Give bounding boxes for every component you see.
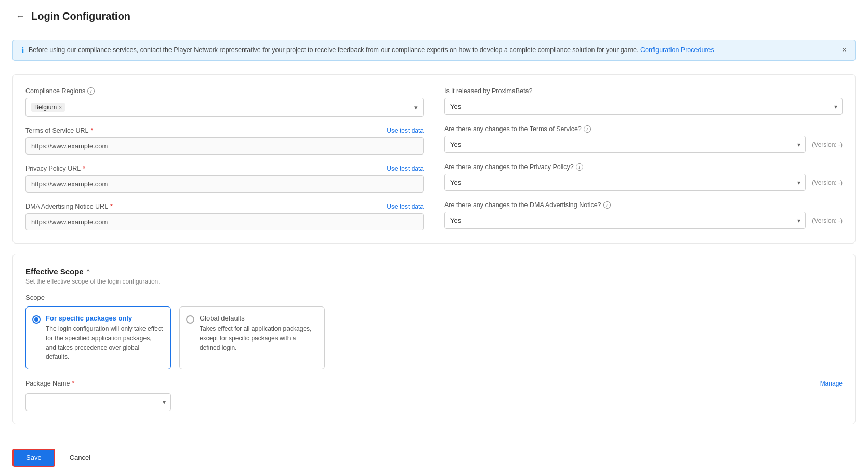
privacy-url-required: * [83,165,85,172]
terms-url-use-test-data[interactable]: Use test data [387,127,424,134]
dma-url-label-row: DMA Advertising Notice URL * Use test da… [25,203,424,210]
main-config-section: Compliance Regions i Belgium × ▾ [12,74,856,244]
back-button[interactable]: ← [16,11,25,22]
config-two-col: Compliance Regions i Belgium × ▾ [25,87,843,230]
terms-changes-select-wrapper: Yes No [444,136,806,153]
dma-changes-group: Are there any changes to the DMA Adverti… [444,201,843,229]
back-icon: ← [16,11,25,22]
terms-url-label-row: Terms of Service URL * Use test data [25,127,424,134]
compliance-regions-group: Compliance Regions i Belgium × ▾ [25,87,424,117]
belgium-tag-remove[interactable]: × [59,105,62,110]
page-header: ← Login Configuration [0,0,868,31]
info-icon: ℹ [21,46,24,55]
effective-scope-title: Effective Scope [25,267,84,276]
terms-changes-row: Yes No (Version: -) [444,136,843,153]
dma-changes-label: Are there any changes to the DMA Adverti… [444,201,843,209]
dma-url-required: * [110,203,113,210]
scope-label: Scope [25,293,843,301]
privacy-url-input[interactable] [25,175,424,193]
scope-specific-desc: The login configuration will only take e… [46,324,163,362]
scope-option-specific[interactable]: For specific packages only The login con… [25,306,171,369]
privacy-changes-info-icon: i [576,163,583,171]
save-button[interactable]: Save [12,449,55,467]
terms-url-input[interactable] [25,137,424,155]
scope-specific-content: For specific packages only The login con… [46,314,163,362]
terms-changes-select[interactable]: Yes No [444,136,806,153]
footer-bar: Save Cancel [0,441,868,474]
privacy-changes-select[interactable]: Yes No [444,174,806,191]
banner-link[interactable]: Configuration Procedures [640,46,714,54]
banner-close-button[interactable]: × [842,45,847,55]
effective-scope-section: Effective Scope ^ Set the effective scop… [12,254,856,424]
package-name-select[interactable] [25,393,171,411]
dma-url-group: DMA Advertising Notice URL * Use test da… [25,203,424,230]
manage-button[interactable]: Manage [820,380,843,387]
proxima-beta-group: Is it released by ProximaBeta? Yes No [444,87,843,115]
terms-changes-version: (Version: -) [812,141,843,148]
package-name-row: Package Name * Manage [25,380,843,387]
terms-changes-label: Are there any changes to the Terms of Se… [444,125,843,133]
cancel-button[interactable]: Cancel [61,450,99,466]
terms-changes-info-icon: i [584,125,591,133]
terms-url-group: Terms of Service URL * Use test data [25,127,424,155]
privacy-changes-version: (Version: -) [812,179,843,186]
dma-url-use-test-data[interactable]: Use test data [387,203,424,210]
package-name-group: Package Name * Manage [25,380,843,411]
terms-url-label: Terms of Service URL * [25,127,93,134]
proxima-beta-select-wrapper: Yes No [444,98,843,115]
scope-global-radio[interactable] [186,315,194,324]
compliance-regions-label: Compliance Regions i [25,87,424,95]
compliance-regions-info-icon: i [87,87,95,95]
dma-changes-version: (Version: -) [812,217,843,224]
privacy-url-label: Privacy Policy URL * [25,165,85,172]
dma-url-label: DMA Advertising Notice URL * [25,203,113,210]
package-name-required: * [72,380,74,387]
privacy-url-use-test-data[interactable]: Use test data [387,165,424,172]
dma-changes-select-wrapper: Yes No [444,212,806,229]
package-name-label: Package Name * [25,380,74,387]
effective-scope-chevron-icon[interactable]: ^ [87,268,90,275]
dma-changes-row: Yes No (Version: -) [444,212,843,229]
belgium-tag: Belgium × [31,103,65,112]
scope-global-desc: Takes effect for all application package… [200,324,317,352]
right-column: Is it released by ProximaBeta? Yes No [444,87,843,230]
privacy-changes-row: Yes No (Version: -) [444,174,843,191]
proxima-beta-label: Is it released by ProximaBeta? [444,87,843,95]
left-column: Compliance Regions i Belgium × ▾ [25,87,424,230]
dma-url-input[interactable] [25,213,424,230]
compliance-regions-select[interactable]: Belgium × ▾ [25,98,424,117]
effective-scope-title-row: Effective Scope ^ [25,267,843,276]
terms-changes-group: Are there any changes to the Terms of Se… [444,125,843,153]
info-banner: ℹ Before using our compliance services, … [12,40,856,61]
privacy-url-group: Privacy Policy URL * Use test data [25,165,424,193]
scope-global-title: Global defaults [200,314,317,322]
dma-changes-select[interactable]: Yes No [444,212,806,229]
privacy-changes-select-wrapper: Yes No [444,174,806,191]
scope-global-content: Global defaults Takes effect for all app… [200,314,317,352]
page-title: Login Configuration [31,10,130,22]
package-name-select-wrapper [25,393,171,411]
privacy-url-label-row: Privacy Policy URL * Use test data [25,165,424,172]
proxima-beta-select[interactable]: Yes No [444,98,843,115]
scope-specific-title: For specific packages only [46,314,163,322]
content-area: Compliance Regions i Belgium × ▾ [0,69,868,445]
dma-changes-info-icon: i [603,201,611,209]
scope-options: For specific packages only The login con… [25,306,843,369]
effective-scope-subtitle: Set the effective scope of the login con… [25,278,843,285]
privacy-changes-group: Are there any changes to the Privacy Pol… [444,163,843,191]
scope-specific-radio[interactable] [32,315,41,324]
scope-option-global[interactable]: Global defaults Takes effect for all app… [179,306,325,369]
terms-url-required: * [91,127,94,134]
banner-text: Before using our compliance services, co… [29,45,838,55]
privacy-changes-label: Are there any changes to the Privacy Pol… [444,163,843,171]
compliance-regions-chevron-icon: ▾ [414,104,418,111]
